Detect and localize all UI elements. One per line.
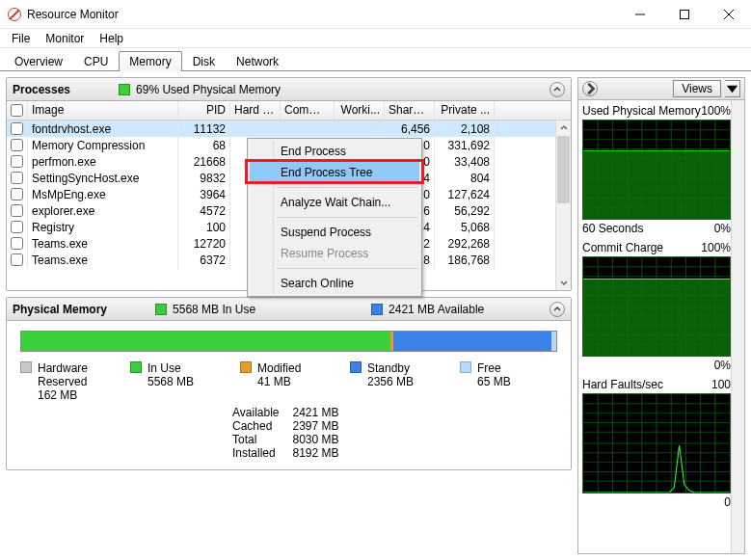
graphs-scrollbar[interactable]: [731, 100, 744, 553]
graph3-right: 100: [711, 378, 731, 391]
graph1-right: 100%: [701, 104, 731, 118]
tab-disk[interactable]: Disk: [182, 51, 226, 71]
processes-title: Processes: [13, 83, 70, 96]
ctx-search-online[interactable]: Search Online: [250, 273, 419, 294]
collapse-button[interactable]: [550, 82, 565, 97]
row-checkbox[interactable]: [11, 188, 23, 200]
col-pid[interactable]: PID: [178, 101, 230, 120]
legend-inuse: In Use: [148, 361, 194, 375]
free-icon: [460, 361, 471, 373]
title-bar: Resource Monitor: [0, 0, 751, 29]
graphs-header: Views: [577, 77, 745, 100]
legend-hw3: 162 MB: [38, 388, 88, 402]
row-checkbox[interactable]: [11, 221, 23, 233]
window-title: Resource Monitor: [27, 8, 618, 21]
graph1-title: Used Physical Memory: [582, 104, 701, 118]
physical-title: Physical Memory: [13, 303, 107, 316]
context-menu: End Process End Process Tree Analyze Wai…: [247, 138, 422, 297]
memory-usage-icon: [119, 84, 130, 95]
tab-memory[interactable]: Memory: [119, 51, 181, 71]
graph3-foot-r: 0: [724, 495, 731, 509]
ctx-analyze-wait-chain[interactable]: Analyze Wait Chain...: [250, 192, 419, 213]
table-header: Image PID Hard F... Commi... Worki... Sh…: [7, 101, 571, 120]
stat-installed-k: Installed: [232, 446, 276, 460]
graph2-title: Commit Charge: [582, 241, 663, 254]
legend-standby2: 2356 MB: [367, 375, 414, 388]
legend-hw2: Reserved: [38, 375, 88, 388]
legend-standby: Standby: [367, 361, 414, 375]
graph2-right: 100%: [701, 241, 731, 254]
tab-overview[interactable]: Overview: [4, 51, 73, 71]
row-checkbox[interactable]: [11, 122, 23, 135]
col-working[interactable]: Worki...: [335, 101, 385, 120]
processes-meta: 69% Used Physical Memory: [136, 83, 281, 96]
legend-inuse2: 5568 MB: [148, 375, 194, 388]
scroll-thumb[interactable]: [557, 136, 570, 203]
col-image[interactable]: Image: [28, 101, 178, 120]
legend-hw: Hardware: [38, 361, 88, 375]
menu-file[interactable]: File: [4, 30, 38, 47]
graph-commit-charge: [582, 256, 731, 357]
legend-free: Free: [477, 361, 511, 375]
legend-mod: Modified: [257, 361, 301, 375]
physical-memory-panel: Physical Memory 5568 MB In Use 2421 MB A…: [6, 297, 572, 470]
col-commit[interactable]: Commi...: [281, 101, 335, 120]
tab-cpu[interactable]: CPU: [73, 51, 119, 71]
graph1-foot-l: 60 Seconds: [582, 222, 643, 235]
row-checkbox[interactable]: [11, 172, 23, 184]
hw-reserved-icon: [20, 361, 32, 373]
row-checkbox[interactable]: [11, 204, 23, 217]
standby-icon: [350, 361, 362, 373]
menu-help[interactable]: Help: [92, 30, 131, 47]
table-row[interactable]: fontdrvhost.exe111326,4562,108: [7, 120, 571, 137]
views-dropdown-icon[interactable]: [725, 80, 740, 97]
col-private[interactable]: Private ...: [435, 101, 495, 120]
inuse-meta: 5568 MB In Use: [173, 303, 255, 316]
inuse-icon: [155, 304, 167, 315]
app-icon: [8, 8, 21, 21]
row-checkbox[interactable]: [11, 237, 23, 250]
legend-free2: 65 MB: [477, 375, 511, 388]
scroll-up-icon[interactable]: [556, 120, 571, 136]
close-button[interactable]: [707, 0, 751, 29]
row-checkbox[interactable]: [11, 139, 23, 151]
graph1-foot-r: 0%: [714, 222, 731, 235]
menu-monitor[interactable]: Monitor: [38, 30, 92, 47]
graphs-collapse-button[interactable]: [582, 81, 598, 96]
inuse-legend-icon: [130, 361, 142, 373]
stat-cached-k: Cached: [232, 419, 272, 433]
graph-hard-faults: [582, 393, 731, 493]
collapse-button-2[interactable]: [550, 302, 565, 317]
graph3-title: Hard Faults/sec: [582, 378, 663, 391]
stat-cached-v: 2397 MB: [292, 419, 338, 433]
row-checkbox[interactable]: [11, 253, 23, 266]
vertical-scrollbar[interactable]: [555, 120, 571, 290]
stat-available-k: Available: [232, 406, 279, 419]
available-icon: [371, 304, 383, 315]
views-button[interactable]: Views: [673, 80, 721, 97]
col-hardfaults[interactable]: Hard F...: [230, 101, 281, 120]
row-checkbox[interactable]: [11, 155, 23, 168]
legend-mod2: 41 MB: [257, 375, 301, 388]
graph-used-memory: [582, 120, 731, 220]
menu-bar: File Monitor Help: [0, 29, 751, 48]
tab-network[interactable]: Network: [226, 51, 289, 71]
maximize-button[interactable]: [662, 0, 707, 29]
modified-icon: [240, 361, 252, 373]
select-all-checkbox[interactable]: [11, 104, 23, 117]
ctx-end-process[interactable]: End Process: [250, 141, 419, 162]
tab-bar: Overview CPU Memory Disk Network: [0, 48, 751, 71]
ctx-resume-process: Resume Process: [250, 243, 419, 264]
graph2-foot-r: 0%: [714, 359, 731, 372]
stat-available-v: 2421 MB: [292, 406, 338, 419]
ctx-suspend-process[interactable]: Suspend Process: [250, 222, 419, 243]
svg-rect-0: [681, 10, 689, 18]
memory-bar: [20, 331, 557, 352]
available-meta: 2421 MB Available: [389, 303, 484, 316]
col-shareable[interactable]: Sharea...: [385, 101, 435, 120]
minimize-button[interactable]: [618, 0, 662, 29]
scroll-down-icon[interactable]: [556, 275, 571, 290]
ctx-end-process-tree[interactable]: End Process Tree: [250, 162, 419, 183]
stat-installed-v: 8192 MB: [292, 446, 338, 460]
stat-total-v: 8030 MB: [292, 433, 338, 446]
